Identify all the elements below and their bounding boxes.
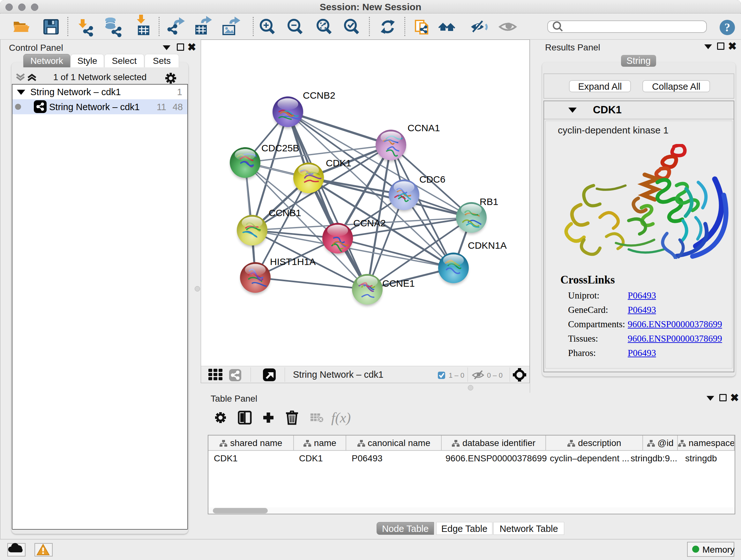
svg-text:CCNB1: CCNB1 — [269, 207, 301, 218]
svg-text:CCNA2: CCNA2 — [353, 218, 386, 228]
svg-text:RB1: RB1 — [480, 196, 498, 207]
svg-text:CCNB2: CCNB2 — [303, 90, 335, 101]
svg-text:CCNA1: CCNA1 — [408, 123, 440, 133]
svg-text:f(x): f(x) — [331, 410, 351, 426]
svg-text:CDC6: CDC6 — [419, 174, 446, 185]
svg-text:HIST1H1A: HIST1H1A — [270, 256, 316, 267]
svg-text:?: ? — [724, 21, 730, 34]
svg-text:CDC25B: CDC25B — [261, 143, 299, 153]
svg-text:CCNE1: CCNE1 — [382, 278, 415, 289]
svg-text:CDK1: CDK1 — [326, 158, 351, 168]
svg-text:CDKN1A: CDKN1A — [468, 240, 507, 251]
